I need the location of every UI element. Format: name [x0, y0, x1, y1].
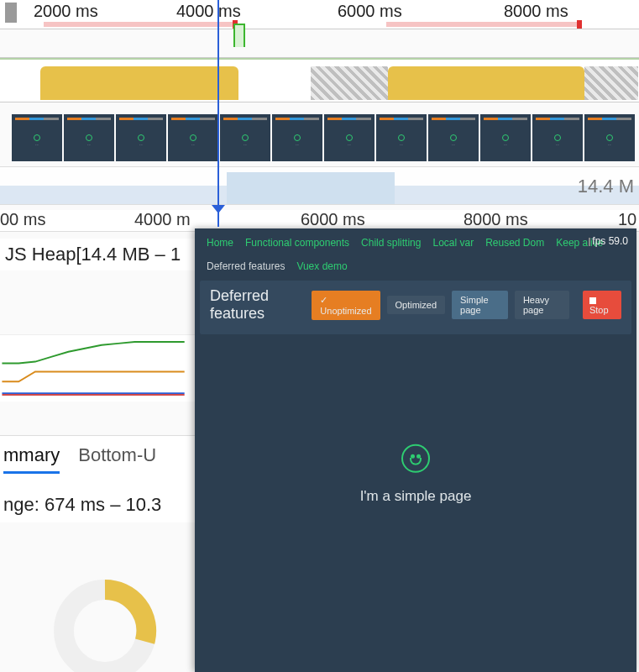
ruler-tick: 8000 ms	[504, 2, 568, 21]
nav-link-home[interactable]: Home	[207, 237, 233, 249]
timeline-ruler[interactable]: 2000 ms 4000 ms 6000 ms 8000 ms	[0, 0, 639, 29]
optimized-button[interactable]: Optimized	[387, 296, 446, 314]
ruler-handle[interactable]	[5, 3, 17, 23]
nav-link-local-var[interactable]: Local var	[432, 237, 474, 249]
screenshot-thumb[interactable]: ···	[532, 114, 583, 161]
toolbar: Deferred features Unoptimized Optimized …	[200, 281, 631, 334]
long-task-mark	[577, 20, 582, 29]
ruler-tick: 6000 ms	[338, 2, 402, 21]
ruler-tick: 10	[618, 210, 636, 229]
stop-button[interactable]: Stop	[583, 291, 621, 319]
flame-baseline	[0, 58, 639, 60]
page-content: I'm a simple page	[195, 444, 636, 505]
flame-block-idle	[584, 66, 638, 100]
ruler-tick: 6000 ms	[301, 210, 365, 229]
ruler-tick: 00 ms	[0, 210, 45, 229]
screenshot-thumb[interactable]: ···	[168, 114, 218, 161]
nav-link-functional[interactable]: Functional components	[245, 237, 349, 249]
ruler-tick: 2000 ms	[34, 2, 98, 21]
counter-chart-svg	[0, 335, 195, 402]
unoptimized-button[interactable]: Unoptimized	[312, 291, 380, 320]
ruler-tick: 4000 m	[134, 210, 191, 229]
ruler-tick: 4000 ms	[176, 2, 241, 21]
fps-value: fps 59.0	[592, 235, 628, 247]
screenshot-thumb[interactable]: ···	[116, 114, 166, 161]
screenshot-thumb[interactable]: ···	[584, 114, 635, 161]
memory-area-peak	[227, 172, 395, 204]
screenshot-preview-popup: Home Functional components Child splitti…	[195, 228, 636, 672]
js-heap-label: JS Heap[14.4 MB – 1	[0, 239, 195, 270]
page-title: Deferred features	[210, 287, 300, 323]
ruler-tick: 8000 ms	[464, 210, 528, 229]
fps-counter: fps 59.0	[589, 235, 628, 247]
screenshot-thumb[interactable]: ···	[220, 114, 270, 161]
summary-donut	[17, 554, 193, 672]
screenshot-thumb[interactable]: ···	[376, 114, 427, 161]
flame-block-script	[388, 66, 584, 100]
screenshot-thumb[interactable]: ···	[324, 114, 374, 161]
screenshot-thumb[interactable]: ···	[428, 114, 479, 161]
app-nav: Home Functional components Child splitti…	[195, 228, 636, 276]
counter-chart[interactable]	[0, 334, 195, 402]
tab-bottom-up[interactable]: Bottom-U	[78, 444, 156, 474]
smile-icon	[401, 444, 430, 473]
screenshot-strip[interactable]: ··· ··· ··· ··· ··· ··· ··· ··· ··· ··· …	[12, 114, 639, 163]
simple-page-button[interactable]: Simple page	[452, 291, 508, 319]
nav-link-reused-dom[interactable]: Reused Dom	[485, 237, 544, 249]
memory-overview[interactable]: 14.4 M	[0, 166, 639, 205]
range-label: nge: 674 ms – 10.3	[0, 479, 195, 522]
flame-block-script	[40, 66, 238, 100]
tab-summary[interactable]: mmary	[3, 444, 60, 474]
screenshot-thumb[interactable]: ···	[480, 114, 531, 161]
memory-peak-label: 14.4 M	[578, 176, 634, 197]
nav-link-vuex[interactable]: Vuex demo	[296, 260, 347, 272]
flame-overview[interactable]	[0, 57, 639, 102]
nav-link-child-splitting[interactable]: Child splitting	[361, 237, 421, 249]
nav-link-deferred[interactable]: Deferred features	[207, 260, 285, 272]
long-task-bar	[44, 22, 235, 27]
screenshot-thumb[interactable]: ···	[64, 114, 114, 161]
screenshot-thumb[interactable]: ···	[272, 114, 322, 161]
heavy-page-button[interactable]: Heavy page	[515, 291, 569, 319]
playhead-marker[interactable]	[217, 0, 219, 227]
fps-spike	[233, 24, 245, 47]
summary-tabs: mmary Bottom-U nge: 674 ms – 10.3	[0, 435, 195, 522]
long-task-bar	[386, 22, 579, 27]
flame-block-idle	[311, 66, 388, 100]
screenshot-thumb[interactable]: ···	[12, 114, 62, 161]
page-message: I'm a simple page	[195, 488, 636, 505]
